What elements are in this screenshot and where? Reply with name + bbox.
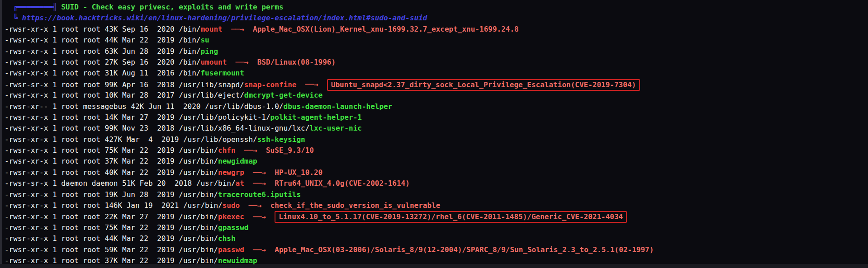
suid-row: -rwsr-xr-x 1 root root 63K Jun 28 2019 /…: [5, 46, 868, 57]
arrow-icon: ──→: [305, 80, 318, 89]
file-meta: -rwsr-xr-x 1 root root 31K Aug 11 2016: [5, 69, 179, 77]
suid-row: -rwsr-xr-x 1 root root 27K Sep 16 2020 /…: [5, 57, 868, 68]
file-binary: gpasswd: [218, 223, 248, 232]
file-binary: umount: [200, 58, 227, 66]
file-binary: pkexec: [218, 212, 244, 221]
arrow-icon: ──→: [244, 146, 257, 155]
file-meta: -rwsr-xr-x 1 root root 37K Mar 22 2019: [5, 157, 179, 165]
hacktricks-link[interactable]: https://book.hacktricks.wiki/en/linux-ha…: [22, 14, 427, 22]
suid-row: -rwsr-xr-x 1 root root 43K Sep 16 2020 /…: [5, 24, 868, 35]
file-dir: /usr/lib/dbus-1.0/: [205, 102, 283, 111]
suid-row: -rwsr-sr-x 1 root root 99K Apr 16 2018 /…: [5, 79, 868, 90]
arrow-icon: ──→: [253, 212, 266, 221]
exploit-annotation: HP-UX_10.20: [275, 168, 323, 177]
exploit-annotation-highlighted: Linux4.10_to_5.1.17(CVE-2019-13272)/rhel…: [275, 211, 627, 223]
header-indent: [5, 14, 13, 22]
suid-row: -rwsr-xr-x 1 root root 37K Mar 22 2019 /…: [5, 156, 868, 167]
section-link-line: ╚ https://book.hacktricks.wiki/en/linux-…: [5, 13, 868, 24]
file-dir: /usr/bin/: [179, 190, 218, 199]
file-binary: lxc-user-nic: [309, 124, 362, 132]
file-dir: /usr/bin/: [179, 234, 218, 243]
file-dir: /usr/bin/: [179, 168, 218, 177]
arrow-icon: ──→: [253, 179, 266, 188]
file-binary: sudo: [223, 201, 240, 210]
file-dir: /bin/: [179, 25, 200, 33]
file-binary: ssh-keysign: [257, 135, 305, 144]
file-dir: /usr/bin/: [183, 201, 223, 210]
suid-row: -rwsr-xr-x 1 root root 75K Mar 22 2019 /…: [5, 145, 868, 156]
arrow-icon: ──→: [253, 168, 266, 177]
file-dir: /usr/bin/: [179, 245, 218, 254]
file-binary: newuidmap: [218, 256, 257, 265]
file-binary: passwd: [218, 245, 244, 254]
file-meta: -rwsr-xr-x 1 root root 59K Mar 22 2019: [5, 245, 179, 254]
exploit-annotation: RTru64_UNIX_4.0g(CVE-2002-1614): [275, 179, 410, 188]
suid-row: -rwsr-xr-x 1 root root 40K Mar 22 2019 /…: [5, 167, 868, 178]
file-meta: -rwsr-xr-x 1 root root 43K Sep 16 2020: [5, 25, 179, 33]
file-dir: /usr/lib/policykit-1/: [179, 113, 270, 122]
section-box-bottom-icon: ╚: [13, 14, 18, 22]
file-dir: /bin/: [179, 36, 200, 44]
file-meta: -rwsr-xr-x 1 root root 99K Nov 23 2018: [5, 124, 179, 132]
exploit-annotation: BSD/Linux(08-1996): [257, 58, 336, 66]
file-dir: /usr/lib/x86_64-linux-gnu/lxc/: [179, 124, 309, 132]
suid-row: -rwsr-xr-x 1 root root 10K Mar 28 2017 /…: [5, 90, 868, 101]
link-gap: [18, 14, 22, 22]
file-meta: -rwsr-xr-x 1 root root 44K Mar 22 2019: [5, 36, 179, 44]
suid-row: -rwsr-xr-x 1 root root 44K Mar 22 2019 /…: [5, 35, 868, 46]
file-dir: /bin/: [179, 47, 200, 56]
file-dir: /usr/bin/: [179, 146, 218, 155]
file-binary: chsh: [218, 234, 236, 243]
arrow-icon: ──→: [236, 58, 249, 66]
file-binary: ping: [200, 47, 218, 56]
suid-row: -rwsr-xr-x 1 root root 146K Jan 19 2021 …: [5, 200, 868, 211]
file-dir: /usr/lib/openssh/: [183, 135, 257, 144]
suid-row: -rwsr-xr-- 1 root messagebus 42K Jun 11 …: [5, 101, 868, 112]
file-meta: -rwsr-xr-x 1 root root 10K Mar 28 2017: [5, 91, 179, 99]
file-binary: traceroute6.iputils: [218, 190, 301, 199]
file-binary: dmcrypt-get-device: [244, 91, 323, 99]
file-dir: /bin/: [179, 69, 200, 77]
file-dir: /usr/bin/: [179, 212, 218, 221]
file-meta: -rwsr-xr-x 1 root root 37K Mar 22 2019: [5, 256, 179, 265]
suid-row: -rwsr-xr-x 1 root root 59K Mar 22 2019 /…: [5, 244, 868, 255]
arrow-icon: ──→: [253, 245, 266, 254]
file-meta: -rwsr-xr-x 1 root root 75K Mar 22 2019: [5, 146, 179, 155]
suid-row: -rwsr-xr-x 1 root root 427K Mar 4 2019 /…: [5, 134, 868, 145]
file-meta: -rwsr-xr-x 1 root root 19K Jun 28 2019: [5, 190, 179, 199]
file-meta: -rwsr-xr-x 1 root root 14K Mar 27 2019: [5, 113, 179, 122]
exploit-annotation: Apple_Mac_OSX(Lion)_Kernel_xnu-1699.32.7…: [253, 25, 519, 33]
file-meta: -rwsr-xr-x 1 root root 63K Jun 28 2019: [5, 47, 179, 56]
file-binary: su: [200, 36, 209, 44]
file-meta: -rwsr-xr-x 1 root root 44K Mar 22 2019: [5, 234, 179, 243]
file-dir: /usr/lib/snapd/: [179, 80, 244, 89]
suid-row: -rwsr-xr-x 1 root root 14K Mar 27 2019 /…: [5, 112, 868, 123]
header-indent: [5, 3, 13, 11]
file-binary: dbus-daemon-launch-helper: [284, 102, 393, 111]
file-binary: fusermount: [200, 69, 244, 77]
section-title: SUID - Check easy privesc, exploits and …: [61, 3, 283, 11]
exploit-annotation: check_if_the_sudo_version_is_vulnerable: [270, 201, 441, 210]
file-meta: -rwsr-xr-x 1 root root 146K Jan 19 2021: [5, 201, 183, 210]
file-meta: -rwsr-xr-x 1 root root 75K Mar 22 2019: [5, 223, 179, 232]
window-left-edge-strip: [0, 0, 2, 268]
file-meta: -rwsr-sr-x 1 daemon daemon 51K Feb 20 20…: [5, 179, 196, 188]
terminal-output: ╔════════╣ SUID - Check easy privesc, ex…: [5, 2, 868, 266]
file-binary: chfn: [218, 146, 236, 155]
file-dir: /usr/lib/eject/: [179, 91, 244, 99]
suid-list: -rwsr-xr-x 1 root root 43K Sep 16 2020 /…: [5, 24, 868, 267]
suid-row: -rwsr-xr-x 1 root root 44K Mar 22 2019 /…: [5, 233, 868, 244]
file-meta: -rwsr-xr-- 1 root messagebus 42K Jun 11 …: [5, 102, 205, 111]
exploit-annotation-highlighted: Ubuntu_snapd<2.37_dirty_sock_Local_Privi…: [327, 79, 640, 91]
file-dir: /usr/bin/: [196, 179, 236, 188]
file-binary: newgrp: [218, 168, 244, 177]
file-dir: /bin/: [179, 58, 200, 66]
suid-row: -rwsr-sr-x 1 daemon daemon 51K Feb 20 20…: [5, 178, 868, 189]
file-meta: -rwsr-xr-x 1 root root 427K Mar 4 2019: [5, 135, 183, 144]
file-binary: newgidmap: [218, 157, 257, 165]
arrow-icon: ──→: [231, 25, 244, 33]
file-dir: /usr/bin/: [179, 157, 218, 165]
file-meta: -rwsr-sr-x 1 root root 99K Apr 16 2018: [5, 80, 179, 89]
file-binary: polkit-agent-helper-1: [270, 113, 362, 122]
arrow-icon: ──→: [248, 201, 261, 210]
